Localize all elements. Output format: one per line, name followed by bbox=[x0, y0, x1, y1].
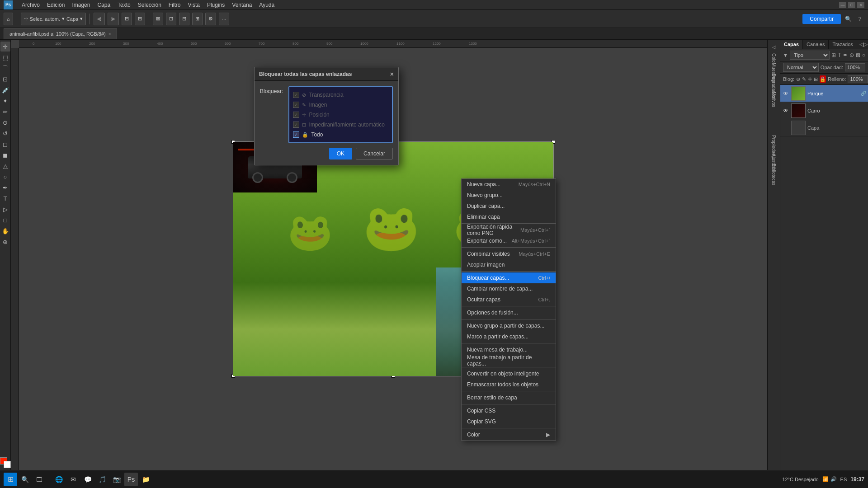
filter-kind-icon-4[interactable]: ⊙ bbox=[849, 52, 854, 58]
close-button[interactable]: × bbox=[857, 2, 864, 8]
taskbar-explorer[interactable]: 📁 bbox=[139, 473, 152, 486]
context-nueva-mesa[interactable]: Nueva mesa de trabajo... bbox=[462, 344, 556, 355]
zoom-tool[interactable]: ⊕ bbox=[0, 237, 10, 247]
check-transparencia[interactable]: ✓ bbox=[293, 92, 299, 98]
tab-trazados[interactable]: Trazados bbox=[829, 40, 856, 49]
context-exportar-como[interactable]: Exportar como... Alt+Mayús+Ctrl+` bbox=[462, 235, 556, 246]
check-posicion[interactable]: ✓ bbox=[293, 112, 299, 118]
background-color[interactable] bbox=[4, 461, 11, 468]
gradient-tool[interactable]: ◼ bbox=[0, 150, 10, 160]
context-nuevo-grupo-capas[interactable]: Nuevo grupo a partir de capas... bbox=[462, 320, 556, 331]
shape-tool[interactable]: □ bbox=[0, 215, 10, 225]
menu-edicion[interactable]: Edición bbox=[47, 2, 65, 8]
tab-capas[interactable]: Capas bbox=[780, 40, 803, 49]
menu-seleccion[interactable]: Selección bbox=[138, 2, 161, 8]
distribute-button[interactable]: ⊞ bbox=[135, 13, 145, 25]
filter-kind-icon-3[interactable]: ✒ bbox=[843, 52, 848, 58]
dialog-cancel-button[interactable]: Cancelar bbox=[356, 148, 393, 160]
layer-parque-link-icon[interactable]: 🔗 bbox=[861, 91, 866, 96]
filter-kind-icon-2[interactable]: T bbox=[838, 52, 841, 58]
context-nuevo-grupo[interactable]: Nuevo grupo... bbox=[462, 190, 556, 201]
context-combinar[interactable]: Combinar visibles Mayús+Ctrl+E bbox=[462, 249, 556, 259]
context-borrar-estilo[interactable]: Borrar estilo de capa bbox=[462, 392, 556, 403]
brush-tool[interactable]: ✏ bbox=[0, 107, 10, 117]
color-swatches[interactable] bbox=[0, 457, 11, 468]
context-cambiar-nombre[interactable]: Cambiar nombre de capa... bbox=[462, 283, 556, 294]
panel-collapse-icon[interactable]: ◁▷ bbox=[859, 41, 868, 47]
select-tool[interactable]: ⬚ bbox=[0, 52, 10, 62]
taskbar-photoshop[interactable]: Ps bbox=[124, 473, 138, 486]
taskbar-search[interactable]: 🔍 bbox=[18, 473, 32, 486]
start-button[interactable]: ⊞ bbox=[4, 473, 17, 486]
share-button[interactable]: Compartir bbox=[802, 14, 841, 24]
filter-kind-icon-5[interactable]: ⊠ bbox=[856, 52, 860, 58]
volume-icon[interactable]: 🔊 bbox=[830, 476, 837, 482]
lock-transparent-icon[interactable]: ⊘ bbox=[796, 75, 800, 83]
taskbar-widgets[interactable]: 🗔 bbox=[33, 473, 46, 486]
dodge-tool[interactable]: ○ bbox=[0, 172, 10, 182]
blur-tool[interactable]: △ bbox=[0, 161, 10, 171]
context-mesa-capas[interactable]: Mesa de trabajo a partir de capas... bbox=[462, 355, 556, 366]
home-button[interactable]: ⌂ bbox=[4, 13, 13, 25]
type-filter-select[interactable]: Tipo bbox=[790, 51, 830, 60]
help-icon[interactable]: ? bbox=[855, 14, 864, 23]
taskbar-camera[interactable]: 📷 bbox=[110, 473, 123, 486]
motivos-panel-label[interactable]: Motivos bbox=[769, 94, 779, 105]
arrange-button[interactable]: ⊠ bbox=[153, 13, 163, 25]
menu-filtro[interactable]: Filtro bbox=[169, 2, 181, 8]
more-options-button[interactable]: ··· bbox=[219, 13, 229, 25]
menu-ventana[interactable]: Ventana bbox=[232, 2, 252, 8]
fill-input[interactable] bbox=[848, 75, 868, 83]
pen-tool[interactable]: ✒ bbox=[0, 183, 10, 192]
space-button[interactable]: ⊞ bbox=[192, 13, 203, 25]
lasso-tool[interactable]: ⌒ bbox=[0, 63, 10, 73]
taskbar-spotify[interactable]: 🎵 bbox=[95, 473, 109, 486]
expand-button[interactable]: ⊟ bbox=[179, 13, 189, 25]
minimize-button[interactable]: — bbox=[839, 2, 846, 8]
context-enmascarar[interactable]: Enmascarar todos los objetos bbox=[462, 379, 556, 390]
history-tool[interactable]: ↺ bbox=[0, 128, 10, 138]
lock-artboard-icon[interactable]: ⊞ bbox=[814, 75, 818, 83]
eraser-tool[interactable]: ◻ bbox=[0, 139, 10, 149]
menu-imagen[interactable]: Imagen bbox=[72, 2, 90, 8]
menu-plugins[interactable]: Plugins bbox=[207, 2, 225, 8]
file-tab[interactable]: animali-anfibii.psd al 100% (Capa, RGB/8… bbox=[4, 28, 117, 39]
align-right-button[interactable]: ⊟ bbox=[122, 13, 132, 25]
path-select-tool[interactable]: ▷ bbox=[0, 204, 10, 214]
context-bloquear-capas[interactable]: Bloquear capas... Ctrl+/ bbox=[462, 272, 556, 283]
taskbar-mail[interactable]: ✉ bbox=[66, 473, 80, 486]
align-left-button[interactable]: ⫷ bbox=[94, 13, 105, 25]
layer-carro-visibility[interactable]: 👁 bbox=[782, 107, 789, 114]
context-ocultar[interactable]: Ocultar capas Ctrl+. bbox=[462, 294, 556, 305]
check-impedir[interactable]: ✓ bbox=[293, 122, 299, 128]
context-exportar-png[interactable]: Exportación rápida como PNG Mayús+Ctrl+` bbox=[462, 225, 556, 235]
search-icon[interactable]: 🔍 bbox=[844, 14, 853, 23]
menu-ayuda[interactable]: Ayuda bbox=[259, 2, 274, 8]
tool-select-button[interactable]: ⊹ Selec. autom. ▾ Capa ▾ bbox=[21, 13, 86, 25]
menu-capa[interactable]: Capa bbox=[97, 2, 110, 8]
context-convertir-inteligente[interactable]: Convertir en objeto inteligente bbox=[462, 368, 556, 379]
network-icon[interactable]: 📶 bbox=[822, 476, 829, 482]
lock-image-icon[interactable]: ✎ bbox=[802, 75, 806, 83]
menu-archivo[interactable]: Archivo bbox=[22, 2, 40, 8]
spot-heal-tool[interactable]: ✦ bbox=[0, 96, 10, 106]
tab-canales[interactable]: Canales bbox=[803, 40, 829, 49]
crop-tool[interactable]: ⊡ bbox=[0, 74, 10, 84]
settings-button[interactable]: ⚙ bbox=[205, 13, 216, 25]
eyedropper-tool[interactable]: 💉 bbox=[0, 85, 10, 95]
filter-kind-icon-1[interactable]: ⊞ bbox=[831, 52, 836, 58]
lock-position-icon[interactable]: ✛ bbox=[808, 75, 812, 83]
layer-carro[interactable]: 👁 Carro bbox=[780, 102, 868, 119]
dialog-close-button[interactable]: × bbox=[390, 70, 394, 78]
propiedad-panel-label[interactable]: Propiedad... bbox=[769, 142, 779, 153]
clone-tool[interactable]: ⊙ bbox=[0, 117, 10, 127]
opacity-input[interactable] bbox=[845, 63, 865, 71]
bibliotecas-panel-label[interactable]: Bibliotecas bbox=[769, 169, 779, 180]
context-copiar-svg[interactable]: Copiar SVG bbox=[462, 416, 556, 427]
context-opciones-fusion[interactable]: Opciones de fusión... bbox=[462, 307, 556, 318]
context-duplicar[interactable]: Duplicar capa... bbox=[462, 201, 556, 211]
context-copiar-css[interactable]: Copiar CSS bbox=[462, 405, 556, 416]
align-center-button[interactable]: ⫸ bbox=[108, 13, 119, 25]
context-acoplar[interactable]: Acoplar imagen bbox=[462, 259, 556, 270]
check-todo[interactable]: ✓ bbox=[293, 131, 299, 138]
